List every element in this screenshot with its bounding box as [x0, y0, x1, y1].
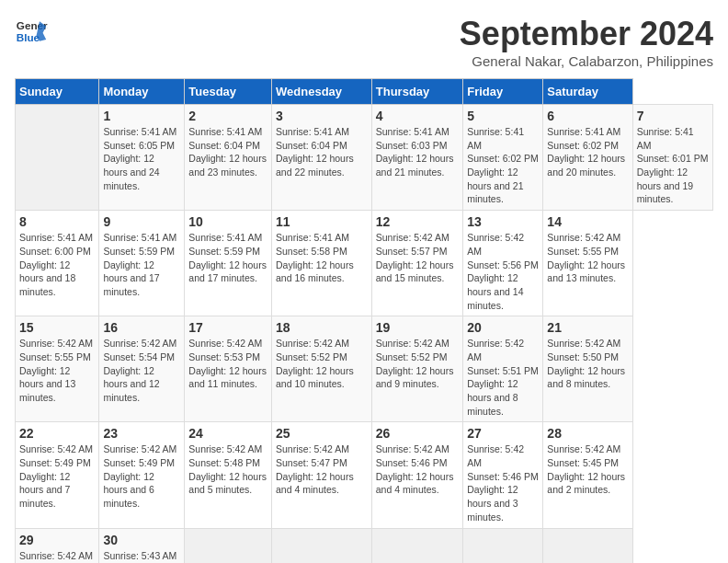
day-number: 6	[547, 109, 628, 123]
calendar-day-cell: 21 Sunrise: 5:42 AM Sunset: 5:50 PM Dayl…	[543, 316, 632, 422]
day-number: 30	[103, 533, 180, 547]
calendar-week-row: 29 Sunrise: 5:42 AM Sunset: 5:44 PM Dayl…	[16, 528, 713, 563]
day-detail: Sunrise: 5:41 AM Sunset: 6:04 PM Dayligh…	[188, 125, 267, 179]
day-number: 10	[188, 214, 267, 229]
day-number: 28	[547, 426, 628, 441]
calendar-day-cell	[185, 528, 272, 563]
calendar-day-cell: 10 Sunrise: 5:41 AM Sunset: 5:59 PM Dayl…	[185, 211, 272, 316]
calendar-day-cell: 11 Sunrise: 5:41 AM Sunset: 5:58 PM Dayl…	[272, 211, 372, 316]
svg-text:Blue: Blue	[17, 31, 40, 43]
day-detail: Sunrise: 5:42 AM Sunset: 5:49 PM Dayligh…	[103, 442, 180, 510]
day-number: 1	[103, 109, 180, 123]
day-detail: Sunrise: 5:41 AM Sunset: 6:02 PM Dayligh…	[467, 125, 539, 206]
header: General Blue September 2024 General Naka…	[15, 15, 713, 69]
day-detail: Sunrise: 5:42 AM Sunset: 5:52 PM Dayligh…	[276, 337, 368, 391]
calendar-day-cell: 6 Sunrise: 5:41 AM Sunset: 6:02 PM Dayli…	[543, 105, 632, 211]
weekday-header: Sunday	[16, 79, 99, 105]
calendar-day-cell: 5 Sunrise: 5:41 AM Sunset: 6:02 PM Dayli…	[463, 105, 543, 211]
calendar-day-cell: 29 Sunrise: 5:42 AM Sunset: 5:44 PM Dayl…	[16, 528, 99, 563]
day-number: 29	[19, 533, 95, 547]
day-detail: Sunrise: 5:41 AM Sunset: 6:04 PM Dayligh…	[276, 125, 368, 179]
weekday-header-row: SundayMondayTuesdayWednesdayThursdayFrid…	[16, 79, 713, 105]
day-detail: Sunrise: 5:42 AM Sunset: 5:53 PM Dayligh…	[188, 337, 267, 391]
day-detail: Sunrise: 5:42 AM Sunset: 5:46 PM Dayligh…	[376, 442, 459, 497]
day-detail: Sunrise: 5:42 AM Sunset: 5:49 PM Dayligh…	[19, 442, 95, 510]
day-number: 22	[19, 426, 95, 441]
month-title: September 2024	[460, 15, 713, 53]
calendar-day-cell: 20 Sunrise: 5:42 AM Sunset: 5:51 PM Dayl…	[463, 316, 543, 422]
day-detail: Sunrise: 5:42 AM Sunset: 5:45 PM Dayligh…	[547, 442, 628, 497]
title-area: September 2024 General Nakar, Calabarzon…	[460, 15, 713, 69]
calendar-day-cell: 15 Sunrise: 5:42 AM Sunset: 5:55 PM Dayl…	[16, 316, 99, 422]
day-detail: Sunrise: 5:42 AM Sunset: 5:47 PM Dayligh…	[276, 442, 368, 497]
calendar-day-cell: 12 Sunrise: 5:42 AM Sunset: 5:57 PM Dayl…	[371, 211, 462, 316]
day-number: 20	[467, 320, 539, 335]
calendar-day-cell: 16 Sunrise: 5:42 AM Sunset: 5:54 PM Dayl…	[99, 316, 185, 422]
weekday-header: Tuesday	[185, 79, 272, 105]
calendar-day-cell: 26 Sunrise: 5:42 AM Sunset: 5:46 PM Dayl…	[371, 422, 462, 528]
day-detail: Sunrise: 5:42 AM Sunset: 5:55 PM Dayligh…	[547, 231, 628, 285]
calendar-day-cell	[543, 528, 632, 563]
day-detail: Sunrise: 5:42 AM Sunset: 5:44 PM Dayligh…	[19, 549, 95, 564]
day-number: 13	[467, 214, 539, 229]
day-number: 25	[276, 426, 368, 441]
calendar-day-cell: 18 Sunrise: 5:42 AM Sunset: 5:52 PM Dayl…	[272, 316, 372, 422]
day-number: 17	[188, 320, 267, 335]
day-number: 12	[376, 214, 459, 229]
day-number: 21	[547, 320, 628, 335]
day-detail: Sunrise: 5:42 AM Sunset: 5:56 PM Dayligh…	[467, 231, 539, 312]
day-detail: Sunrise: 5:42 AM Sunset: 5:54 PM Dayligh…	[103, 337, 180, 404]
calendar-day-cell: 17 Sunrise: 5:42 AM Sunset: 5:53 PM Dayl…	[185, 316, 272, 422]
day-detail: Sunrise: 5:41 AM Sunset: 5:59 PM Dayligh…	[103, 231, 180, 298]
calendar-day-cell: 2 Sunrise: 5:41 AM Sunset: 6:04 PM Dayli…	[185, 105, 272, 211]
day-number: 14	[547, 214, 628, 229]
day-number: 24	[188, 426, 267, 441]
day-number: 11	[276, 214, 368, 229]
day-detail: Sunrise: 5:42 AM Sunset: 5:46 PM Dayligh…	[467, 442, 539, 523]
day-number: 5	[467, 109, 539, 123]
day-number: 18	[276, 320, 368, 335]
day-number: 3	[276, 109, 368, 123]
calendar-day-cell: 3 Sunrise: 5:41 AM Sunset: 6:04 PM Dayli…	[272, 105, 372, 211]
day-number: 7	[637, 109, 709, 123]
calendar-day-cell: 19 Sunrise: 5:42 AM Sunset: 5:52 PM Dayl…	[371, 316, 462, 422]
calendar-day-cell	[371, 528, 462, 563]
day-detail: Sunrise: 5:43 AM Sunset: 5:43 PM Dayligh…	[103, 549, 180, 564]
calendar-day-cell: 27 Sunrise: 5:42 AM Sunset: 5:46 PM Dayl…	[463, 422, 543, 528]
calendar-week-row: 8 Sunrise: 5:41 AM Sunset: 6:00 PM Dayli…	[16, 211, 713, 316]
calendar-day-cell: 28 Sunrise: 5:42 AM Sunset: 5:45 PM Dayl…	[543, 422, 632, 528]
calendar-day-cell: 4 Sunrise: 5:41 AM Sunset: 6:03 PM Dayli…	[371, 105, 462, 211]
day-detail: Sunrise: 5:42 AM Sunset: 5:57 PM Dayligh…	[376, 231, 459, 285]
calendar-day-cell	[463, 528, 543, 563]
day-number: 26	[376, 426, 459, 441]
calendar-day-cell: 9 Sunrise: 5:41 AM Sunset: 5:59 PM Dayli…	[99, 211, 185, 316]
weekday-header: Friday	[463, 79, 543, 105]
day-detail: Sunrise: 5:42 AM Sunset: 5:55 PM Dayligh…	[19, 337, 95, 404]
weekday-header: Monday	[99, 79, 185, 105]
calendar-table: SundayMondayTuesdayWednesdayThursdayFrid…	[15, 78, 713, 563]
day-detail: Sunrise: 5:41 AM Sunset: 5:59 PM Dayligh…	[188, 231, 267, 285]
day-detail: Sunrise: 5:41 AM Sunset: 5:58 PM Dayligh…	[276, 231, 368, 285]
day-number: 9	[103, 214, 180, 229]
day-number: 15	[19, 320, 95, 335]
calendar-day-cell: 1 Sunrise: 5:41 AM Sunset: 6:05 PM Dayli…	[99, 105, 185, 211]
calendar-week-row: 15 Sunrise: 5:42 AM Sunset: 5:55 PM Dayl…	[16, 316, 713, 422]
calendar-day-cell	[272, 528, 372, 563]
weekday-header: Saturday	[543, 79, 632, 105]
calendar-day-cell: 13 Sunrise: 5:42 AM Sunset: 5:56 PM Dayl…	[463, 211, 543, 316]
day-number: 19	[376, 320, 459, 335]
calendar-day-cell: 25 Sunrise: 5:42 AM Sunset: 5:47 PM Dayl…	[272, 422, 372, 528]
calendar-day-cell: 30 Sunrise: 5:43 AM Sunset: 5:43 PM Dayl…	[99, 528, 185, 563]
day-detail: Sunrise: 5:41 AM Sunset: 6:00 PM Dayligh…	[19, 231, 95, 298]
calendar-day-cell: 24 Sunrise: 5:42 AM Sunset: 5:48 PM Dayl…	[185, 422, 272, 528]
calendar-day-cell: 23 Sunrise: 5:42 AM Sunset: 5:49 PM Dayl…	[99, 422, 185, 528]
weekday-header: Wednesday	[272, 79, 372, 105]
day-detail: Sunrise: 5:42 AM Sunset: 5:51 PM Dayligh…	[467, 337, 539, 418]
day-number: 2	[188, 109, 267, 123]
day-number: 23	[103, 426, 180, 441]
calendar-day-cell: 8 Sunrise: 5:41 AM Sunset: 6:00 PM Dayli…	[16, 211, 99, 316]
day-number: 27	[467, 426, 539, 441]
weekday-header: Thursday	[371, 79, 462, 105]
calendar-day-cell: 22 Sunrise: 5:42 AM Sunset: 5:49 PM Dayl…	[16, 422, 99, 528]
logo: General Blue	[15, 15, 48, 48]
